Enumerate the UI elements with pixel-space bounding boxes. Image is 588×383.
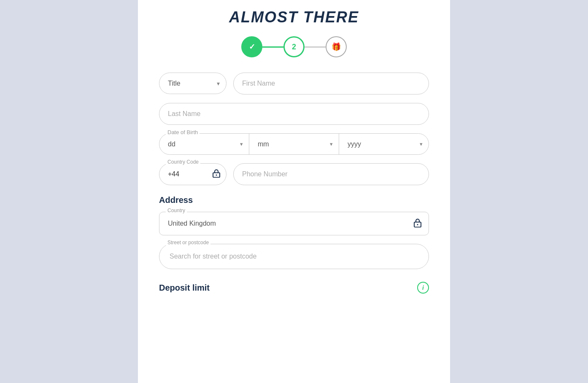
right-panel — [450, 0, 588, 383]
deposit-limit-info-icon[interactable]: i — [417, 282, 429, 294]
country-code-label: Country Code — [166, 159, 200, 165]
page-title: ALMOST THERE — [159, 8, 429, 26]
country-code-lock-icon — [212, 169, 221, 180]
step-1-circle: ✓ — [241, 36, 262, 57]
step-line-1 — [262, 46, 283, 48]
deposit-limit-row: Deposit limit i — [159, 278, 429, 294]
last-name-input[interactable] — [159, 103, 429, 125]
phone-input-group — [233, 163, 429, 185]
gift-icon: 🎁 — [332, 42, 341, 51]
first-name-group — [233, 73, 429, 94]
svg-point-3 — [417, 224, 418, 225]
phone-row: Country Code +44 — [159, 163, 429, 185]
first-name-input[interactable] — [233, 73, 429, 94]
street-input[interactable] — [159, 244, 429, 269]
country-code-group: Country Code +44 — [159, 163, 227, 185]
last-name-row — [159, 103, 429, 125]
dob-dd-select[interactable]: dd — [159, 134, 249, 154]
check-icon: ✓ — [249, 42, 255, 51]
street-label: Street or postcode — [166, 240, 210, 245]
dob-yyyy-select[interactable]: yyyy — [339, 134, 429, 154]
progress-bar: ✓ 2 🎁 — [159, 36, 429, 57]
deposit-limit-label: Deposit limit — [159, 283, 210, 293]
info-symbol: i — [422, 284, 424, 291]
dob-label: Date of Birth — [166, 129, 200, 135]
street-field-wrapper: Street or postcode — [159, 244, 429, 269]
country-field-wrapper: Country United Kingdom — [159, 212, 429, 235]
address-section-title: Address — [159, 195, 429, 205]
country-lock-icon — [413, 218, 422, 230]
dob-mm-select[interactable]: mm — [249, 134, 339, 154]
name-row: Title Mr Mrs Ms Dr ▾ — [159, 73, 429, 94]
country-value: United Kingdom — [168, 220, 216, 227]
form-container: ALMOST THERE ✓ 2 🎁 Title Mr Mrs Ms — [138, 0, 450, 383]
step-3-circle: 🎁 — [326, 36, 347, 57]
address-section: Address Country United Kingdom — [159, 195, 429, 269]
country-field-label: Country — [166, 208, 187, 213]
last-name-group — [159, 103, 429, 125]
step-2-label: 2 — [292, 43, 296, 51]
title-select-wrapper: Title Mr Mrs Ms Dr ▾ — [159, 73, 227, 94]
country-field-inner: United Kingdom — [159, 212, 429, 235]
dob-mm-wrapper: mm ▾ — [249, 134, 339, 154]
dob-selects: dd ▾ mm ▾ yyyy ▾ — [159, 133, 429, 155]
page-wrapper: ALMOST THERE ✓ 2 🎁 Title Mr Mrs Ms — [0, 0, 588, 383]
country-code-value: +44 — [168, 170, 179, 178]
dob-dd-wrapper: dd ▾ — [159, 134, 249, 154]
step-2-circle: 2 — [283, 36, 305, 57]
step-line-2 — [305, 46, 326, 48]
left-panel — [0, 0, 138, 383]
dob-group: Date of Birth dd ▾ mm ▾ yyyy — [159, 133, 429, 155]
phone-input[interactable] — [233, 163, 429, 185]
title-select[interactable]: Title Mr Mrs Ms Dr — [159, 73, 227, 94]
dob-yyyy-wrapper: yyyy ▾ — [339, 134, 429, 154]
svg-point-1 — [216, 175, 217, 176]
